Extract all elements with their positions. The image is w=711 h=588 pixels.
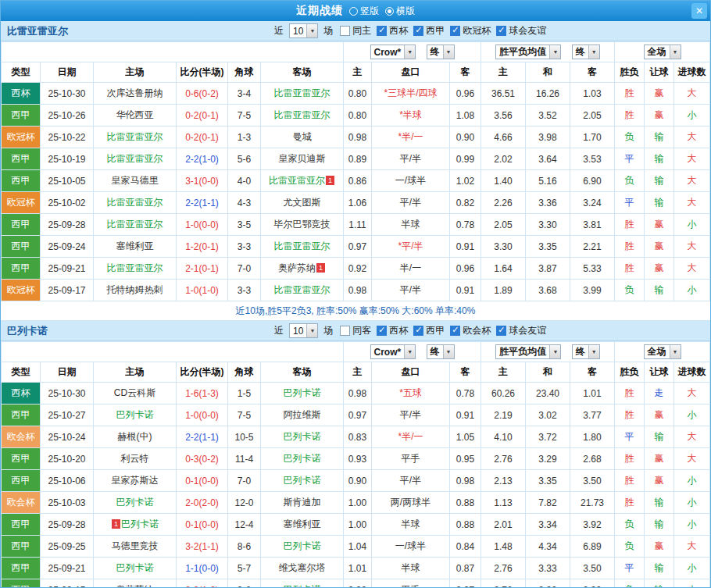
away-team-link[interactable]: 巴列卡诺	[284, 475, 321, 486]
home-team-cell[interactable]: 比雷亚雷亚尔	[94, 192, 177, 214]
away-team-link[interactable]: 比雷亚雷亚尔	[274, 241, 330, 251]
europe-time-select[interactable]: 终▼	[572, 344, 600, 359]
league-filter-checkbox[interactable]: 球会友谊	[496, 24, 546, 37]
league-filter-checkbox[interactable]: 欧冠杯	[450, 24, 491, 37]
home-team-cell[interactable]: 比雷亚雷亚尔	[94, 127, 177, 148]
home-team-cell[interactable]: 皇家马德里	[94, 170, 177, 192]
home-team-cell[interactable]: 利云特	[94, 448, 177, 470]
home-team-cell[interactable]: 比雷亚雷亚尔	[94, 148, 177, 170]
home-team-cell[interactable]: 赫根(中)	[94, 426, 177, 448]
home-team-link[interactable]: 比雷亚雷亚尔	[107, 131, 163, 142]
away-team-cell[interactable]: 比雷亚雷亚尔	[261, 236, 344, 258]
away-team-cell[interactable]: 奥萨苏纳1	[261, 258, 344, 280]
away-team-link[interactable]: 比雷亚雷亚尔	[274, 109, 330, 120]
match-count-select[interactable]: 10▼	[289, 23, 318, 38]
home-team-link[interactable]: 巴列卡诺	[116, 409, 154, 420]
away-team-cell[interactable]: 巴列卡诺	[261, 448, 344, 470]
away-team-cell[interactable]: 毕尔巴鄂竞技	[261, 214, 344, 236]
home-team-cell[interactable]: 比雷亚雷亚尔	[94, 214, 177, 236]
home-team-cell[interactable]: 1巴列卡诺	[94, 514, 177, 536]
home-team-cell[interactable]: 巴列卡诺	[94, 492, 177, 514]
away-team-link[interactable]: 斯肯迪加	[284, 497, 321, 508]
home-team-link[interactable]: 比雷亚雷亚尔	[107, 153, 163, 164]
away-team-link[interactable]: 巴列卡诺	[284, 584, 321, 588]
league-filter-checkbox[interactable]: 西杯	[377, 324, 408, 337]
away-team-link[interactable]: 巴列卡诺	[284, 540, 321, 551]
away-team-link[interactable]: 曼城	[293, 131, 312, 142]
away-team-link[interactable]: 塞维利亚	[284, 519, 321, 529]
league-filter-checkbox[interactable]: 球会友谊	[496, 324, 546, 337]
home-team-link[interactable]: 托特纳姆热刺	[107, 284, 163, 295]
away-team-cell[interactable]: 巴列卡诺	[261, 536, 344, 558]
home-team-cell[interactable]: 华伦西亚	[94, 105, 177, 127]
away-team-cell[interactable]: 巴列卡诺	[261, 383, 344, 404]
away-team-link[interactable]: 巴列卡诺	[284, 387, 321, 398]
league-filter-checkbox[interactable]: 西甲	[413, 24, 445, 37]
away-team-link[interactable]: 巴列卡诺	[284, 431, 321, 442]
away-team-link[interactable]: 阿拉维斯	[284, 409, 321, 420]
home-team-link[interactable]: 奥萨苏纳	[116, 584, 154, 588]
away-team-cell[interactable]: 塞维利亚	[261, 514, 344, 536]
period-select[interactable]: 全场▼	[644, 45, 681, 59]
odds-company-select[interactable]: Crow*▼	[370, 45, 416, 59]
home-team-link[interactable]: 比雷亚雷亚尔	[107, 219, 163, 230]
away-team-link[interactable]: 维戈塞尔塔	[279, 562, 326, 573]
layout-vertical-radio[interactable]: 竖版	[349, 5, 379, 18]
away-team-cell[interactable]: 巴列卡诺	[261, 426, 344, 448]
away-team-link[interactable]: 比雷亚雷亚尔	[274, 87, 330, 98]
league-filter-checkbox[interactable]: 西杯	[377, 24, 408, 37]
close-button[interactable]: ✕	[691, 3, 707, 19]
away-team-cell[interactable]: 皇家贝迪斯	[261, 148, 344, 170]
odds-time-select[interactable]: 终▼	[427, 45, 455, 59]
away-team-cell[interactable]: 尤文图斯	[261, 192, 344, 214]
away-team-link[interactable]: 巴列卡诺	[284, 453, 321, 464]
home-team-link[interactable]: 塞维利亚	[116, 241, 154, 251]
home-team-link[interactable]: 次库达鲁册纳	[107, 87, 163, 98]
away-team-cell[interactable]: 巴列卡诺	[261, 579, 344, 588]
home-team-link[interactable]: 华伦西亚	[116, 109, 154, 120]
odds-time-select[interactable]: 终▼	[427, 344, 455, 359]
home-team-cell[interactable]: 奥萨苏纳	[94, 579, 177, 588]
away-team-link[interactable]: 比雷亚雷亚尔	[274, 284, 330, 295]
away-team-cell[interactable]: 比雷亚雷亚尔	[261, 83, 344, 105]
home-team-cell[interactable]: 托特纳姆热刺	[94, 280, 177, 301]
home-team-cell[interactable]: 次库达鲁册纳	[94, 83, 177, 105]
away-team-cell[interactable]: 曼城	[261, 127, 344, 148]
home-team-link[interactable]: 比雷亚雷亚尔	[107, 262, 163, 273]
odds-company-select[interactable]: Crow*▼	[370, 344, 416, 359]
home-team-cell[interactable]: 塞维利亚	[94, 236, 177, 258]
home-team-link[interactable]: 马德里竞技	[112, 540, 159, 551]
layout-horizontal-radio[interactable]: 横版	[385, 5, 415, 18]
home-team-cell[interactable]: CD云科斯	[94, 383, 177, 404]
league-filter-checkbox[interactable]: 西甲	[413, 324, 445, 337]
home-team-cell[interactable]: 巴列卡诺	[94, 404, 177, 426]
home-team-link[interactable]: CD云科斯	[114, 387, 155, 398]
home-team-link[interactable]: 皇家马德里	[112, 175, 159, 186]
period-select[interactable]: 全场▼	[644, 344, 681, 359]
away-team-cell[interactable]: 比雷亚雷亚尔	[261, 105, 344, 127]
same-venue-checkbox[interactable]: 同客	[340, 324, 371, 337]
home-team-cell[interactable]: 比雷亚雷亚尔	[94, 258, 177, 280]
away-team-cell[interactable]: 巴列卡诺	[261, 470, 344, 492]
away-team-cell[interactable]: 比雷亚雷亚尔	[261, 280, 344, 301]
europe-time-select[interactable]: 终▼	[572, 45, 600, 59]
europe-odds-select[interactable]: 胜平负均值▼	[495, 344, 561, 359]
home-team-cell[interactable]: 皇家苏斯达	[94, 470, 177, 492]
home-team-link[interactable]: 比雷亚雷亚尔	[107, 197, 163, 208]
away-team-link[interactable]: 尤文图斯	[284, 197, 321, 208]
same-venue-checkbox[interactable]: 同主	[340, 24, 371, 37]
away-team-link[interactable]: 毕尔巴鄂竞技	[274, 219, 330, 230]
away-team-link[interactable]: 奥萨苏纳	[278, 262, 316, 273]
home-team-link[interactable]: 赫根(中)	[118, 431, 152, 442]
match-count-select[interactable]: 10▼	[289, 323, 318, 338]
away-team-link[interactable]: 比雷亚雷亚尔	[269, 175, 325, 186]
home-team-link[interactable]: 皇家苏斯达	[112, 475, 159, 486]
away-team-cell[interactable]: 维戈塞尔塔	[261, 558, 344, 579]
away-team-cell[interactable]: 斯肯迪加	[261, 492, 344, 514]
home-team-link[interactable]: 巴列卡诺	[116, 497, 154, 508]
home-team-link[interactable]: 巴列卡诺	[116, 562, 154, 573]
home-team-cell[interactable]: 马德里竞技	[94, 536, 177, 558]
europe-odds-select[interactable]: 胜平负均值▼	[495, 45, 561, 59]
home-team-link[interactable]: 利云特	[121, 453, 149, 464]
away-team-cell[interactable]: 比雷亚雷亚尔1	[261, 170, 344, 192]
